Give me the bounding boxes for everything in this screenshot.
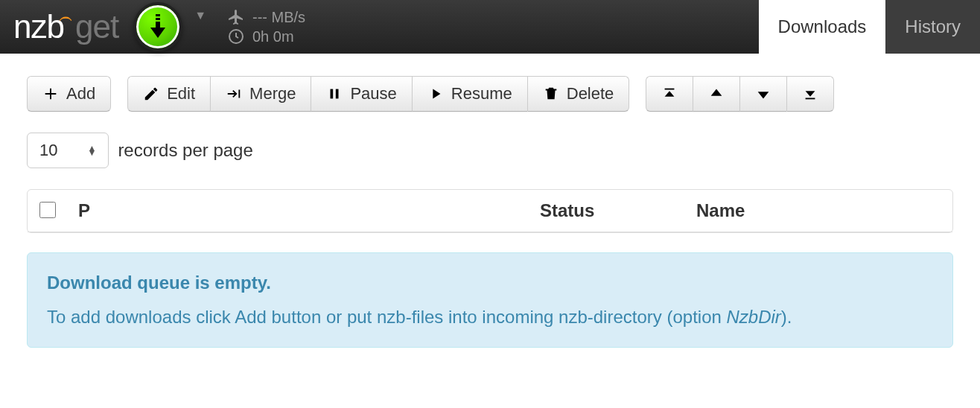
move-group: [646, 76, 834, 112]
select-all-checkbox[interactable]: [39, 202, 56, 220]
svg-rect-1: [156, 18, 160, 20]
svg-marker-9: [665, 91, 675, 96]
svg-marker-7: [433, 89, 440, 99]
speed-line: --- MB/s: [227, 7, 305, 27]
main-content: Add Edit Merge Pause Resume Delete: [0, 54, 980, 370]
svg-rect-0: [156, 14, 160, 16]
merge-button[interactable]: Merge: [210, 76, 311, 112]
move-up-icon: [708, 86, 725, 102]
tab-history[interactable]: History: [885, 0, 980, 54]
play-menu-caret[interactable]: ▼: [194, 9, 206, 22]
move-bottom-button[interactable]: [786, 76, 834, 112]
play-pause-button[interactable]: [133, 2, 182, 51]
brand-logo: nzb⏜get: [13, 8, 118, 45]
empty-queue-alert: Download queue is empty. To add download…: [27, 252, 953, 348]
move-up-button[interactable]: [693, 76, 739, 112]
resume-button[interactable]: Resume: [412, 76, 527, 112]
top-navbar: nzb⏜get ▼ --- MB/s 0h 0m Downloads Histo…: [0, 0, 980, 54]
merge-icon: [226, 86, 242, 102]
pause-icon: [326, 86, 343, 102]
records-select[interactable]: 10 ▲▼: [27, 133, 109, 168]
move-bottom-icon: [802, 86, 818, 102]
download-arrow-icon: [147, 14, 168, 39]
records-label: records per page: [118, 140, 252, 161]
svg-marker-10: [711, 89, 722, 96]
svg-rect-6: [336, 89, 339, 99]
col-priority[interactable]: P: [78, 200, 540, 221]
move-down-button[interactable]: [739, 76, 786, 112]
move-top-icon: [661, 86, 678, 102]
table-header: P Status Name: [28, 190, 952, 232]
play-icon: [427, 86, 444, 102]
toolbar: Add Edit Merge Pause Resume Delete: [27, 76, 953, 112]
move-down-icon: [755, 86, 771, 102]
select-arrows-icon: ▲▼: [87, 146, 96, 155]
time-line: 0h 0m: [227, 27, 305, 46]
pause-button[interactable]: Pause: [311, 76, 411, 112]
brand-part2: get: [75, 8, 118, 45]
edit-button[interactable]: Edit: [127, 76, 210, 112]
svg-rect-8: [665, 89, 675, 90]
col-status[interactable]: Status: [540, 200, 696, 221]
status-block: --- MB/s 0h 0m: [227, 7, 305, 46]
speed-value: --- MB/s: [252, 7, 305, 27]
clock-icon: [227, 28, 245, 45]
nav-tabs: Downloads History: [759, 0, 980, 54]
svg-marker-11: [758, 92, 769, 98]
time-value: 0h 0m: [252, 27, 294, 46]
svg-marker-3: [150, 28, 165, 38]
tab-downloads[interactable]: Downloads: [759, 0, 886, 54]
downloads-table: P Status Name: [27, 189, 953, 233]
edit-icon: [143, 86, 159, 102]
col-name[interactable]: Name: [696, 200, 941, 221]
alert-title: Download queue is empty.: [47, 272, 933, 293]
signal-icon: ⏜: [60, 16, 71, 31]
records-pager: 10 ▲▼ records per page: [27, 133, 953, 168]
delete-button[interactable]: Delete: [527, 76, 630, 112]
svg-marker-12: [806, 91, 815, 96]
add-button[interactable]: Add: [27, 76, 111, 112]
trash-icon: [543, 86, 559, 102]
move-top-button[interactable]: [646, 76, 693, 112]
alert-body: To add downloads click Add button or put…: [47, 307, 933, 328]
svg-rect-13: [806, 98, 815, 100]
svg-rect-2: [156, 22, 160, 28]
plane-icon: [227, 8, 245, 26]
edit-group: Edit Merge Pause Resume Delete: [127, 76, 629, 112]
svg-rect-5: [331, 89, 334, 99]
plus-icon: [42, 86, 59, 102]
brand-part1: nzb: [13, 8, 64, 45]
